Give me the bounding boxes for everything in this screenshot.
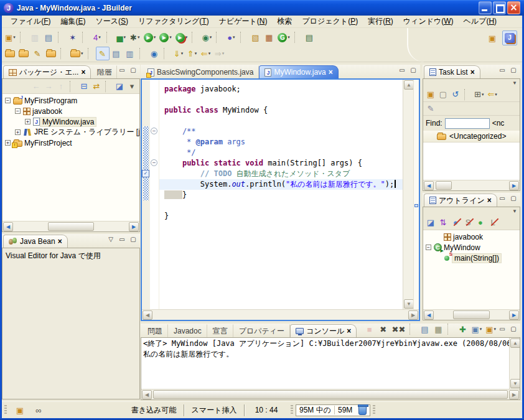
menu-item[interactable]: 検索 <box>272 15 297 28</box>
fold-collapse-icon[interactable]: − <box>151 128 157 134</box>
pin-console-icon[interactable]: ✚ <box>456 322 469 336</box>
scroll-left-button[interactable]: ◀ <box>424 310 434 320</box>
maximize-view-icon[interactable]: ▢ <box>509 67 518 74</box>
external-tools-button[interactable]: ▶▾ <box>174 30 190 44</box>
editor-horizontal-scrollbar[interactable]: ◀ ▶ <box>142 309 419 320</box>
open-file-button[interactable] <box>17 47 30 60</box>
new-task-icon[interactable]: ▣ <box>424 88 437 101</box>
hide-static-icon[interactable]: S <box>462 217 474 229</box>
tree-item-myfirstprogram[interactable]: −MyFirstProgram <box>2 95 139 106</box>
open-archive-button[interactable] <box>44 47 58 60</box>
scroll-left-button[interactable]: ◀ <box>142 390 152 399</box>
minimize-view-icon[interactable]: ▭ <box>498 325 507 333</box>
clear-console-icon[interactable]: ▤ <box>418 322 431 336</box>
scroll-up-button[interactable]: ▲ <box>404 80 414 90</box>
tab-outline[interactable]: アウトライン × <box>424 194 497 207</box>
browser-sphere-button[interactable]: ●▾ <box>224 30 238 44</box>
last-edit-location-button[interactable]: ⇓▾ <box>172 47 185 60</box>
new-gui-button[interactable]: G▾ <box>276 30 292 44</box>
back-button[interactable]: ⇐▾ <box>199 47 213 60</box>
filters-icon[interactable]: ◪ <box>113 80 126 93</box>
minimize-button[interactable] <box>479 1 492 14</box>
maximize-view-icon[interactable]: ▢ <box>509 195 518 202</box>
back-icon[interactable]: ← <box>30 80 42 93</box>
close-icon[interactable]: × <box>81 68 85 76</box>
menu-item[interactable]: ウィンドウ(W) <box>398 15 459 28</box>
view-menu-icon[interactable]: ▾ <box>126 80 138 93</box>
folding-ruler[interactable]: −− <box>150 80 159 309</box>
task-category-row[interactable]: <Uncategorized> <box>423 131 520 142</box>
outline-item-mywindow[interactable]: −MyWindow <box>423 242 520 253</box>
console-vertical-scrollbar[interactable]: ▲ ▼ <box>509 338 520 389</box>
tree-item-jre-library[interactable]: +JRE システム・ライブラリー [jre <box>2 127 139 138</box>
tab-java-bean[interactable]: Java Bean × <box>3 235 68 248</box>
scroll-left-button[interactable]: ◀ <box>424 181 434 190</box>
annotation-ruler[interactable]: ✓ <box>142 80 150 309</box>
scroll-right-button[interactable]: ▶ <box>408 310 418 320</box>
go-into-button[interactable]: ⇑▾ <box>185 47 199 60</box>
close-icon[interactable]: × <box>329 68 333 76</box>
uml-button[interactable]: 4▾ <box>90 30 104 44</box>
display-selected-console-icon[interactable]: ▣▾ <box>469 322 484 336</box>
tab-declaration[interactable]: 宣言 <box>207 324 233 337</box>
scroll-up-button[interactable]: ▲ <box>510 338 520 348</box>
run-history-button[interactable]: ▶▾ <box>157 30 174 44</box>
maximize-view-icon[interactable]: ▢ <box>129 67 138 74</box>
minimize-view-icon[interactable]: ▭ <box>498 67 507 74</box>
tab-task-list[interactable]: Task List × <box>424 65 480 78</box>
minimize-view-icon[interactable]: ▭ <box>118 236 126 243</box>
expand-toggle[interactable]: + <box>25 119 30 124</box>
tree-item-javabook[interactable]: −javabook <box>2 106 139 116</box>
collapse-toggle[interactable]: − <box>426 245 431 250</box>
new-wizard-button[interactable]: ▣▾ <box>3 30 17 44</box>
focus-icon[interactable]: ◪ <box>424 217 437 229</box>
wizard-gallery-button[interactable]: ✶ <box>66 30 80 44</box>
up-icon[interactable]: ↑ <box>55 80 67 93</box>
debug-button[interactable]: ✱▾ <box>128 30 142 44</box>
menu-item[interactable]: 実行(R) <box>363 15 398 28</box>
java-perspective-button[interactable]: J <box>502 30 517 45</box>
outline-item-javabook[interactable]: +javabook <box>423 231 520 242</box>
tab-basicswingcomponents[interactable]: BasicSwingComponents.java <box>142 65 259 78</box>
scroll-left-button[interactable]: ◀ <box>143 310 152 320</box>
collapse-toggle[interactable]: − <box>5 98 11 103</box>
scroll-down-button[interactable]: ▼ <box>404 299 414 309</box>
maximize-view-icon[interactable]: ▢ <box>129 236 138 243</box>
search-menu-button[interactable]: ◉▾ <box>200 30 213 44</box>
code-area[interactable]: package javabook;public class MyWindow {… <box>159 80 403 309</box>
link-with-editor-icon[interactable]: ⇄ <box>90 80 103 93</box>
open-console-icon[interactable]: ▣▾ <box>484 322 498 336</box>
close-icon[interactable]: × <box>347 327 351 335</box>
tab-properties[interactable]: プロパティー <box>233 324 290 337</box>
outline-item-main[interactable]: +main(String[]) <box>423 253 520 263</box>
tab-mywindow[interactable]: MyWindow.java× <box>259 65 338 78</box>
web-browser-button[interactable]: ◉ <box>147 47 161 60</box>
show-source-button[interactable]: ▤ <box>110 47 123 60</box>
expand-toggle[interactable]: + <box>15 129 21 135</box>
task-list-shortcut-button[interactable]: ▤ <box>302 30 316 44</box>
menu-item[interactable]: リファクタリング(T) <box>133 15 214 28</box>
task-list-horizontal-scrollbar[interactable]: ◀ ▶ <box>423 180 520 190</box>
scrollbar-track[interactable] <box>403 90 413 299</box>
scroll-down-button[interactable]: ▼ <box>510 379 520 388</box>
show-in-button[interactable]: ▾ <box>68 47 85 60</box>
maximize-view-icon[interactable]: ▢ <box>509 325 518 333</box>
menu-item[interactable]: 編集(E) <box>55 15 90 28</box>
fast-view-button[interactable]: ▣ <box>13 403 27 417</box>
remove-all-terminated-icon[interactable]: ✖✖ <box>390 322 408 336</box>
tab-console[interactable]: コンソール× <box>290 324 357 337</box>
forward-button[interactable]: ⇒▾ <box>213 47 227 60</box>
scrollbar-thumb[interactable] <box>453 310 490 319</box>
scrollbar-track[interactable] <box>510 348 520 378</box>
scroll-lock-icon[interactable]: ▦ <box>431 322 445 336</box>
scroll-right-button[interactable]: ▶ <box>509 390 519 399</box>
remove-launch-icon[interactable]: ✖ <box>377 322 390 336</box>
hide-fields-icon[interactable]: ● <box>449 217 462 229</box>
format-button[interactable]: ✎ <box>30 47 44 60</box>
profile-button[interactable]: ▅▾ <box>115 30 128 44</box>
scrollbar-thumb[interactable] <box>48 222 94 231</box>
garbage-collect-button[interactable] <box>358 406 367 415</box>
sort-icon[interactable]: ⇅ <box>437 217 449 229</box>
scrollbar-track[interactable] <box>152 390 508 399</box>
reopen-project-button[interactable] <box>3 47 17 60</box>
